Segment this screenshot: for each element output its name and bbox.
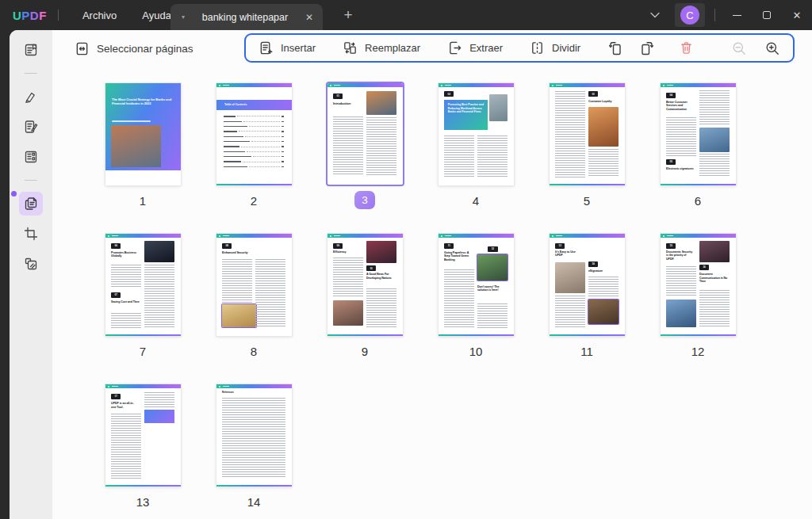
- thumb-h: Electronic signatures: [666, 167, 695, 170]
- thumb-photo: [555, 262, 585, 293]
- maximize-button[interactable]: [752, 0, 782, 30]
- thumb-header-bar: [439, 83, 514, 87]
- rotate-left-button[interactable]: [607, 40, 623, 56]
- extract-button[interactable]: Extraer: [447, 40, 503, 55]
- menu-archivo[interactable]: Archivo: [70, 10, 129, 21]
- thumb-header-bar: [550, 234, 625, 238]
- page-thumbnail-cell[interactable]: 02Promoting Best Practice and Reducing W…: [420, 83, 531, 209]
- page-number-label: 10: [465, 342, 486, 360]
- thumb-lines: [111, 313, 141, 328]
- chevron-down-icon[interactable]: [643, 12, 667, 18]
- page-thumbnail-cell[interactable]: 06Promotes Business Globally07Saving Cos…: [87, 234, 198, 360]
- page-thumbnail-cell[interactable]: 11Going Paperless: A Step Toward Green B…: [420, 234, 531, 360]
- thumb-h: It's Easy to Use UPDF: [555, 250, 580, 258]
- thumb-lines: [444, 135, 474, 177]
- page-thumbnail-cell[interactable]: 13It's Easy to Use UPDF14eSignature11: [531, 234, 642, 360]
- page-thumbnail[interactable]: Table of Contents: [216, 83, 292, 185]
- zoom-out-button[interactable]: [731, 40, 747, 56]
- page-thumbnail[interactable]: 04Better Customer Services and Communica…: [661, 83, 736, 185]
- extract-label: Extraer: [469, 42, 503, 54]
- select-pages-label: Seleccionar páginas: [97, 43, 193, 55]
- thumb-h: UPDF is an all-in-one Tool.: [111, 402, 138, 409]
- thumb-photo: [489, 94, 508, 121]
- page-thumbnail-cell[interactable]: 01Introduction3: [309, 83, 420, 209]
- page-thumbnail-cell[interactable]: 08Enhanced Security8: [198, 234, 309, 360]
- page-thumbnail-cell[interactable]: 04Better Customer Services and Communica…: [642, 83, 753, 209]
- sidebar-item-stacked-pages[interactable]: [19, 252, 43, 276]
- page-thumbnail-cell[interactable]: Table of Contents2: [198, 83, 309, 209]
- insert-button[interactable]: Insertar: [259, 40, 316, 55]
- thumb-h: Customer Loyalty: [588, 100, 619, 104]
- thumb-badge: 03: [588, 91, 598, 97]
- delete-icon: [679, 40, 694, 55]
- sidebar-item-reader[interactable]: [19, 38, 43, 62]
- sidebar-item-comment[interactable]: [19, 85, 43, 109]
- thumb-badge: 16: [699, 265, 709, 270]
- split-button[interactable]: Dividir: [530, 40, 580, 55]
- page-thumbnail[interactable]: 08Enhanced Security: [216, 234, 292, 336]
- thumb-badge: 05: [666, 159, 676, 165]
- thumb-h: Document Communication in No Time: [699, 273, 730, 283]
- document-tab[interactable]: ▾ banking whitepapar ✕: [170, 4, 323, 30]
- page-thumbnail[interactable]: 01Introduction: [327, 83, 403, 185]
- edit-icon: [23, 119, 39, 135]
- logo-letter: U: [13, 9, 21, 22]
- page-thumbnail-cell[interactable]: 09Efficiency10A Good News For Developing…: [309, 234, 420, 360]
- page-thumbnail[interactable]: The Most Crucial Strategy for Banks and …: [105, 83, 181, 185]
- thumb-band: Table of Contents: [216, 100, 292, 110]
- thumb-lines: [477, 303, 508, 328]
- thumb-badge: 06: [111, 243, 121, 249]
- page-thumbnail[interactable]: 03Customer Loyalty: [550, 83, 625, 185]
- page-thumbnail[interactable]: References: [216, 384, 292, 487]
- new-tab-button[interactable]: +: [336, 3, 360, 27]
- select-pages-button[interactable]: Seleccionar páginas: [75, 36, 193, 60]
- thumb-header-bar: [661, 83, 736, 87]
- thumb-footer-strip: [550, 334, 625, 337]
- zoom-in-button[interactable]: [764, 40, 780, 56]
- minimize-button[interactable]: [722, 0, 752, 30]
- page-thumbnail-cell[interactable]: 15Documents Security is the priority of …: [642, 234, 753, 360]
- sidebar-item-forms[interactable]: [19, 145, 43, 169]
- page-thumbnail[interactable]: 09Efficiency10A Good News For Developing…: [327, 234, 403, 336]
- toc-row: [224, 121, 284, 122]
- thumb-lines: [588, 277, 619, 297]
- page-thumbnail[interactable]: 15Documents Security is the priority of …: [661, 234, 736, 336]
- page-thumbnail-cell[interactable]: References14: [198, 384, 309, 510]
- thumb-photo: [666, 300, 696, 327]
- page-thumbnail[interactable]: 11Going Paperless: A Step Toward Green B…: [439, 234, 514, 336]
- rotate-right-button[interactable]: [639, 40, 655, 56]
- toc-row: [224, 166, 284, 167]
- replace-label: Reemplazar: [365, 42, 420, 54]
- page-thumbnail-cell[interactable]: 17UPDF is an all-in-one Tool.13: [87, 384, 198, 510]
- thumb-lines: [144, 392, 174, 407]
- sidebar: [10, 30, 52, 519]
- active-tool-indicator: [11, 191, 17, 197]
- thumb-footer-strip: [661, 184, 736, 186]
- sidebar-item-crop[interactable]: [19, 222, 43, 246]
- insert-page-icon: [259, 40, 274, 55]
- page-actions-box: Insertar Reemplazar Extraer: [244, 33, 795, 63]
- sidebar-item-organize-pages[interactable]: [19, 192, 43, 216]
- replace-button[interactable]: Reemplazar: [343, 40, 420, 55]
- sidebar-item-edit[interactable]: [19, 115, 43, 139]
- thumb-header-bar: [661, 234, 736, 238]
- tab-close-icon[interactable]: ✕: [305, 12, 313, 23]
- page-thumbnail-cell[interactable]: 03Customer Loyalty5: [531, 83, 642, 209]
- thumb-footer-strip: [216, 184, 292, 186]
- page-thumbnail[interactable]: 02Promoting Best Practice and Reducing W…: [439, 83, 514, 185]
- page-thumbnail[interactable]: 06Promotes Business Globally07Saving Cos…: [105, 234, 181, 336]
- delete-button[interactable]: [679, 40, 694, 55]
- close-button[interactable]: ✕: [782, 0, 812, 30]
- page-number-label: 13: [132, 493, 153, 510]
- sidebar-divider: [25, 180, 37, 181]
- thumb-h: Introduction: [333, 101, 363, 105]
- page-thumbnail[interactable]: 13It's Easy to Use UPDF14eSignature: [550, 234, 625, 336]
- thumb-badge: 01: [333, 93, 343, 99]
- thumb-h: A Good News For Developing Nations: [366, 273, 396, 280]
- account-button[interactable]: C: [675, 3, 705, 27]
- page-thumbnail-cell[interactable]: The Most Crucial Strategy for Banks and …: [87, 83, 198, 209]
- thumb-lines: [111, 414, 141, 478]
- toc-row: [224, 136, 284, 137]
- extract-page-icon: [447, 40, 462, 55]
- page-thumbnail[interactable]: 17UPDF is an all-in-one Tool.: [105, 384, 181, 487]
